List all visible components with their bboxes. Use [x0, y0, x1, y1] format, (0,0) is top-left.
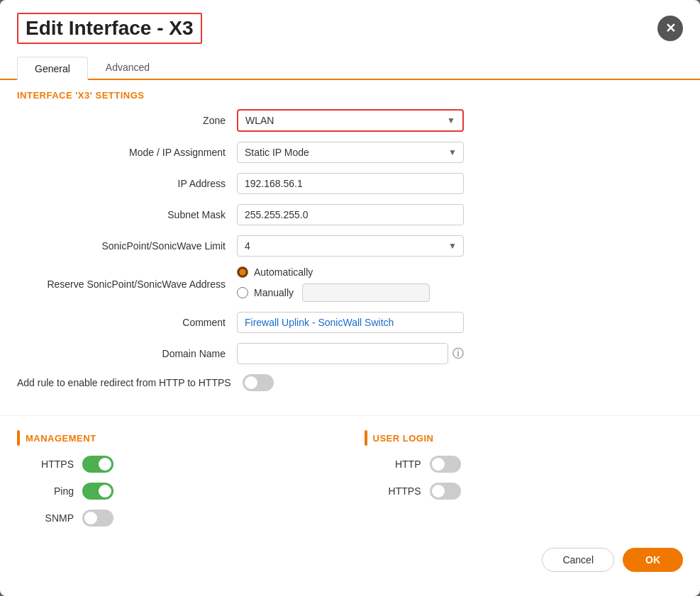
- management-snmp-label: SNMP: [17, 512, 74, 524]
- cancel-button[interactable]: Cancel: [542, 548, 614, 572]
- domain-name-input[interactable]: [237, 343, 448, 364]
- mode-ip-select[interactable]: Static IP Mode DHCP PPPoE: [237, 142, 464, 163]
- manually-option: Manually: [237, 283, 464, 302]
- tab-general[interactable]: General: [17, 57, 88, 80]
- manually-input[interactable]: [302, 283, 430, 302]
- dialog-title: Edit Interface - X3: [17, 13, 202, 44]
- management-https-row: HTTPS: [17, 456, 336, 473]
- domain-name-info-icon[interactable]: ⓘ: [452, 347, 464, 361]
- reserve-address-control: Automatically Manually: [237, 266, 464, 302]
- management-title: MANAGEMENT: [26, 433, 96, 444]
- zone-label: Zone: [17, 115, 237, 126]
- footer-row: Cancel OK: [0, 536, 700, 583]
- ok-button[interactable]: OK: [623, 548, 683, 572]
- sonicpoint-limit-label: SonicPoint/SonicWave Limit: [17, 240, 237, 252]
- management-ping-row: Ping: [17, 483, 336, 500]
- management-orange-bar: [17, 430, 20, 446]
- tab-bar: General Advanced: [0, 55, 700, 80]
- edit-interface-dialog: Edit Interface - X3 ✕ General Advanced I…: [0, 0, 700, 596]
- user-login-title: USER LOGIN: [373, 433, 434, 444]
- automatically-label: Automatically: [254, 266, 313, 278]
- management-snmp-slider: [82, 510, 113, 527]
- mode-ip-label: Mode / IP Assignment: [17, 147, 237, 158]
- sonicpoint-limit-wrapper: 123 4 5678 ▼: [237, 235, 464, 257]
- sonicpoint-limit-control: 123 4 5678 ▼: [237, 235, 464, 257]
- zone-control: WLAN LAN WAN DMZ ▼: [237, 109, 464, 132]
- user-login-http-slider: [430, 456, 461, 473]
- comment-row: Comment: [17, 312, 683, 333]
- reserve-address-label: Reserve SonicPoint/SonicWave Address: [17, 279, 237, 290]
- reserve-address-radio-group: Automatically Manually: [237, 266, 464, 302]
- subnet-mask-label: Subnet Mask: [17, 209, 237, 220]
- form-body: Zone WLAN LAN WAN DMZ ▼ Mode / IP Assign…: [0, 106, 700, 412]
- automatically-radio[interactable]: [237, 266, 248, 278]
- ip-address-input[interactable]: [237, 173, 464, 194]
- dialog-header: Edit Interface - X3 ✕: [0, 0, 700, 51]
- zone-select[interactable]: WLAN LAN WAN DMZ: [238, 111, 462, 130]
- comment-input[interactable]: [237, 312, 464, 333]
- automatically-option: Automatically: [237, 266, 464, 278]
- management-snmp-toggle[interactable]: [82, 510, 113, 527]
- sonicpoint-limit-select[interactable]: 123 4 5678: [237, 235, 464, 257]
- management-ping-label: Ping: [17, 485, 74, 497]
- domain-name-row: Domain Name ⓘ: [17, 343, 683, 364]
- section-settings-header: INTERFACE 'X3' SETTINGS: [0, 80, 700, 106]
- reserve-address-row: Reserve SonicPoint/SonicWave Address Aut…: [17, 266, 683, 302]
- management-https-slider: [82, 456, 113, 473]
- user-login-https-toggle[interactable]: [430, 483, 461, 500]
- manually-label: Manually: [254, 287, 294, 298]
- ip-address-row: IP Address: [17, 173, 683, 194]
- comment-label: Comment: [17, 317, 237, 328]
- user-login-http-label: HTTP: [365, 459, 421, 470]
- subnet-mask-control: [237, 204, 464, 225]
- mode-ip-row: Mode / IP Assignment Static IP Mode DHCP…: [17, 142, 683, 163]
- http-redirect-slider: [243, 374, 274, 391]
- management-section: MANAGEMENT HTTPS Ping SNMP: [17, 430, 336, 536]
- ip-address-label: IP Address: [17, 178, 237, 189]
- subnet-mask-input[interactable]: [237, 204, 464, 225]
- tab-advanced[interactable]: Advanced: [88, 55, 167, 79]
- domain-name-label: Domain Name: [17, 348, 237, 359]
- sections-row: MANAGEMENT HTTPS Ping SNMP: [0, 423, 700, 536]
- user-login-orange-bar: [365, 430, 367, 446]
- user-login-header: USER LOGIN: [365, 430, 684, 446]
- close-button[interactable]: ✕: [657, 16, 683, 41]
- comment-control: [237, 312, 464, 333]
- zone-select-wrapper: WLAN LAN WAN DMZ ▼: [237, 109, 464, 132]
- section-divider: [0, 415, 700, 416]
- management-ping-slider: [82, 483, 113, 500]
- user-login-http-row: HTTP: [365, 456, 684, 473]
- ip-address-control: [237, 173, 464, 194]
- sonicpoint-limit-row: SonicPoint/SonicWave Limit 123 4 5678 ▼: [17, 235, 683, 257]
- management-snmp-row: SNMP: [17, 510, 336, 527]
- manually-radio[interactable]: [237, 287, 248, 298]
- domain-name-control: ⓘ: [237, 343, 464, 364]
- zone-row: Zone WLAN LAN WAN DMZ ▼: [17, 109, 683, 132]
- mode-ip-control: Static IP Mode DHCP PPPoE ▼: [237, 142, 464, 163]
- subnet-mask-row: Subnet Mask: [17, 204, 683, 225]
- user-login-section: USER LOGIN HTTP HTTPS: [336, 430, 684, 536]
- mode-ip-select-wrapper: Static IP Mode DHCP PPPoE ▼: [237, 142, 464, 163]
- user-login-https-label: HTTPS: [365, 485, 421, 497]
- user-login-http-toggle[interactable]: [430, 456, 461, 473]
- user-login-https-slider: [430, 483, 461, 500]
- management-https-label: HTTPS: [17, 459, 74, 470]
- http-redirect-row: Add rule to enable redirect from HTTP to…: [17, 374, 683, 391]
- http-redirect-toggle[interactable]: [243, 374, 274, 391]
- http-redirect-label: Add rule to enable redirect from HTTP to…: [17, 377, 243, 388]
- management-https-toggle[interactable]: [82, 456, 113, 473]
- user-login-https-row: HTTPS: [365, 483, 684, 500]
- http-redirect-control: [243, 374, 470, 391]
- management-ping-toggle[interactable]: [82, 483, 113, 500]
- management-header: MANAGEMENT: [17, 430, 336, 446]
